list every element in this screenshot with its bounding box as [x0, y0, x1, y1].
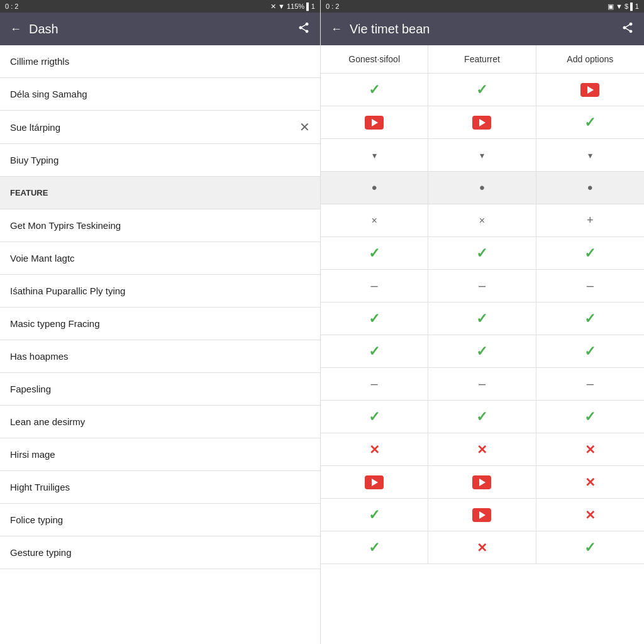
cell: ✓ [428, 303, 536, 335]
section-header-text: FEATURE [10, 188, 48, 197]
cell [321, 466, 428, 498]
youtube-icon [580, 83, 599, 97]
cell: ✕ [536, 433, 644, 465]
list-item-text: Masic typeng Fracing [10, 318, 100, 329]
cell: ✕ [536, 499, 644, 531]
list-item-text: Sue ltárping [10, 122, 60, 133]
cell [428, 106, 536, 138]
right-app-bar-title: Vie timet bean [350, 22, 614, 36]
comparison-table: ✓ ✓ ✓ ▾ ▾ ▾ • • • × × + ✓ [321, 74, 644, 644]
list-item-text: Iśathina Puparallic Ply tying [10, 286, 125, 296]
youtube-icon [472, 508, 491, 522]
cell: ✓ [321, 237, 428, 269]
cell: ✓ [321, 74, 428, 106]
right-back-icon[interactable]: ← [331, 23, 342, 36]
table-row: ✓ [321, 106, 644, 139]
cell: ✕ [428, 433, 536, 465]
list-item[interactable]: Masic typeng Fracing [0, 308, 320, 340]
cell: ✕ [321, 433, 428, 465]
cell: ✓ [428, 74, 536, 106]
list-item-text: Déla sing Samahg [10, 89, 87, 99]
cell: ✓ [536, 401, 644, 433]
cell [428, 499, 536, 531]
list-item[interactable]: Gesture typing [0, 536, 320, 569]
left-app-bar-title: Dash [29, 22, 290, 36]
right-panel: 0 : 2 ▣ ▼ $ ▌1 ← Vie timet bean Gonest·s… [321, 0, 644, 644]
list-item[interactable]: Hirsi mage [0, 438, 320, 471]
cell: – [536, 368, 644, 400]
cell: ✕ [536, 466, 644, 498]
cell: ✓ [428, 237, 536, 269]
cell: • [536, 172, 644, 204]
youtube-icon [365, 475, 384, 489]
table-row: ✓ ✕ ✓ [321, 531, 644, 564]
left-app-bar: ← Dash [0, 13, 320, 45]
cell: ▾ [536, 139, 644, 171]
cell: ▾ [321, 139, 428, 171]
table-row: ✓ ✓ [321, 74, 644, 106]
left-panel: 0 : 2 ✕ ▼ 115% ▌1 ← Dash Cillime rrigthl… [0, 0, 321, 644]
youtube-icon [365, 116, 384, 130]
cell: • [321, 172, 428, 204]
right-status-time: 0 : 2 [326, 3, 339, 10]
list-item-text: Biuy Typing [10, 155, 58, 165]
list-item-text: Hight Truiliges [10, 482, 70, 492]
cell [321, 106, 428, 138]
cell: • [428, 172, 536, 204]
list-item-with-close[interactable]: Sue ltárping ✕ [0, 111, 320, 144]
right-status-bar: 0 : 2 ▣ ▼ $ ▌1 [321, 0, 644, 13]
table-row-section: • • • [321, 172, 644, 204]
cell: + [536, 204, 644, 236]
list-item[interactable]: Hight Truiliges [0, 471, 320, 504]
list-item-text: Lean ane desirmy [10, 416, 85, 427]
cell: ✕ [428, 531, 536, 564]
list-item-text: Gesture typing [10, 547, 72, 558]
list-item-text: Voie Mant lagtc [10, 253, 75, 264]
right-share-icon[interactable] [621, 21, 634, 37]
cell: – [321, 368, 428, 400]
cell: ✓ [321, 499, 428, 531]
cell: ✓ [536, 303, 644, 335]
list-item[interactable]: Déla sing Samahg [0, 78, 320, 111]
cell: ✓ [428, 335, 536, 367]
list-item[interactable]: Iśathina Puparallic Ply tying [0, 275, 320, 308]
cell: ✓ [536, 531, 644, 564]
table-row: ✓ ✓ ✓ [321, 335, 644, 368]
left-status-time: 0 : 2 [5, 3, 18, 10]
table-row: ✕ [321, 466, 644, 499]
table-header: Gonest·sifool Featurret Add options [321, 45, 644, 74]
youtube-icon [472, 116, 491, 130]
cell: ✓ [321, 335, 428, 367]
left-list: Cillime rrigthls Déla sing Samahg Sue lt… [0, 45, 320, 644]
cell: ✓ [536, 106, 644, 138]
table-row: ✓ ✕ [321, 499, 644, 531]
left-share-icon[interactable] [297, 21, 310, 37]
list-item[interactable]: Has hoapmes [0, 340, 320, 373]
list-item[interactable]: Fapesling [0, 373, 320, 406]
close-icon[interactable]: ✕ [299, 119, 310, 135]
col-header-1: Gonest·sifool [321, 45, 428, 73]
list-item[interactable]: Folice typing [0, 504, 320, 536]
cell: ✓ [321, 531, 428, 564]
cell: ✓ [321, 303, 428, 335]
list-item[interactable]: Biuy Typing [0, 144, 320, 177]
cell: ▾ [428, 139, 536, 171]
cell: × [321, 204, 428, 236]
left-back-icon[interactable]: ← [10, 23, 21, 36]
cell [536, 74, 644, 106]
table-row: ✓ ✓ ✓ [321, 237, 644, 270]
table-row: ✓ ✓ ✓ [321, 401, 644, 433]
cell: – [428, 368, 536, 400]
col-header-2: Featurret [428, 45, 536, 73]
cell: – [321, 270, 428, 302]
list-item[interactable]: Get Mon Typirs Teskineing [0, 209, 320, 242]
list-item-text: Hirsi mage [10, 449, 55, 460]
cell: ✓ [536, 237, 644, 269]
list-item[interactable]: Cillime rrigthls [0, 45, 320, 78]
list-item[interactable]: Voie Mant lagtc [0, 242, 320, 275]
table-row: ✕ ✕ ✕ [321, 433, 644, 466]
cell: ✓ [536, 335, 644, 367]
left-status-icons: ✕ ▼ 115% ▌1 [270, 3, 315, 11]
cell: ✓ [428, 401, 536, 433]
list-item[interactable]: Lean ane desirmy [0, 406, 320, 438]
